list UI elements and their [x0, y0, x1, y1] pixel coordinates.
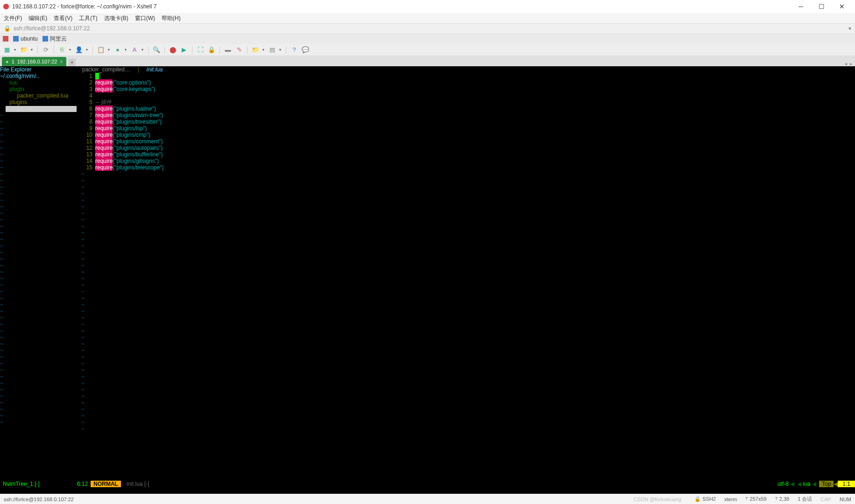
editor-tilde: ~ [78, 217, 851, 223]
editor-tilde: ~ [78, 249, 851, 256]
folder-dropdown[interactable]: ▾ [262, 48, 265, 52]
globe-icon[interactable]: ● [113, 46, 122, 54]
tree-dir-plugin[interactable]: plugin [0, 86, 78, 92]
tab-status-icon: ● [6, 59, 9, 64]
open-icon[interactable]: 📁 [20, 46, 28, 54]
command-line[interactable] [0, 487, 855, 494]
bottom-sessions: 1 会话 [798, 496, 812, 503]
copy-dropdown[interactable]: ▾ [69, 48, 72, 52]
play-icon[interactable]: ▶ [180, 46, 188, 54]
tree-input[interactable] [6, 106, 77, 112]
editor-tilde: ~ [78, 373, 851, 380]
copy-icon[interactable]: ⎘ [58, 46, 66, 54]
buffer-tab-inactive[interactable]: packer_compiled… [78, 66, 134, 73]
svg-rect-2 [13, 36, 19, 42]
add-tab-button[interactable]: + [68, 59, 76, 66]
tree-tilde: ~ [0, 236, 78, 243]
editor-tilde: ~ [78, 347, 851, 354]
maximize-button[interactable]: ☐ [811, 0, 832, 13]
buffer-sep: | [134, 66, 143, 73]
tree-tilde: ~ [0, 334, 78, 341]
session-add[interactable] [3, 36, 8, 42]
status-scroll: Top [819, 481, 834, 487]
menu-help[interactable]: 帮助(H) [162, 14, 181, 22]
tree-tilde: ~ [0, 393, 78, 399]
stop-icon[interactable]: ⬤ [169, 46, 177, 54]
code-line: 14require("plugins/gitsigns") [78, 158, 851, 164]
menu-view[interactable]: 查看(V) [54, 14, 72, 22]
editor-tilde: ~ [78, 367, 851, 373]
address-dropdown[interactable]: ▾ [848, 25, 851, 32]
lock-session-icon[interactable]: 🔒 [207, 46, 216, 54]
tree-tilde: ~ [0, 177, 78, 184]
tabbar: ● 1 192.168.0.107:22 × + ◂ ▸ [0, 56, 855, 66]
editor-tilde: ~ [78, 275, 851, 282]
editor-tilde: ~ [78, 177, 851, 184]
new-session-icon[interactable]: ▦ [3, 46, 11, 54]
editor[interactable]: packer_compiled… | init.lua 12require("c… [78, 66, 855, 481]
menu-file[interactable]: 文件(F) [4, 14, 22, 22]
code-line: 5-- 插件 [78, 99, 851, 105]
tree-tilde: ~ [0, 328, 78, 334]
session-aliyun[interactable]: 阿里云 [42, 35, 67, 43]
editor-tilde: ~ [78, 406, 851, 413]
tree-tilde: ~ [0, 132, 78, 138]
reconnect-icon[interactable]: ⟳ [42, 46, 50, 54]
editor-tilde: ~ [78, 230, 851, 236]
tree-dir-lua[interactable]: lua [0, 79, 78, 86]
eyedrop-icon[interactable]: ✎ [235, 46, 243, 54]
editor-tilde: ~ [78, 360, 851, 367]
lock-icon-small: 🔒 [694, 496, 701, 502]
code-area[interactable]: 12require("core.options")3require("core.… [78, 73, 855, 481]
bottom-cursor: ⸆ 2,38 [775, 496, 789, 502]
menu-edit[interactable]: 编辑(E) [28, 14, 47, 22]
editor-tilde: ~ [78, 243, 851, 249]
folder-icon[interactable]: 📁 [251, 46, 260, 54]
globe-dropdown[interactable]: ▾ [125, 48, 127, 52]
paste-icon[interactable]: 📋 [97, 46, 105, 54]
bottom-num: NUM [840, 497, 851, 502]
editor-tilde: ~ [78, 393, 851, 399]
buffer-tab-active[interactable]: init.lua [143, 66, 167, 73]
highlight-icon[interactable]: ▬ [224, 46, 232, 54]
file-explorer[interactable]: File Explorer ~/.config/nvim/.. lua plug… [0, 66, 78, 481]
profile-icon[interactable]: 👤 [75, 46, 83, 54]
tab-next-icon[interactable]: ▸ [850, 61, 852, 66]
bottombar: ssh://forlce@192.168.0.107:22 CSDN @forl… [0, 494, 855, 504]
menu-tools[interactable]: 工具(T) [79, 14, 97, 22]
fullscreen-icon[interactable]: ⛶ [196, 46, 205, 54]
tree-tilde: ~ [0, 380, 78, 386]
session-ubuntu[interactable]: ubuntu [13, 35, 38, 42]
status-filetype: ◀ lua ◀ [797, 481, 816, 487]
tree-tilde: ~ [0, 249, 78, 256]
layout-icon[interactable]: ▤ [268, 46, 276, 54]
tree-file-packer[interactable]: packer_compiled.lua [0, 92, 78, 99]
tree-tilde: ~ [0, 217, 78, 223]
minimize-button[interactable]: ─ [791, 0, 811, 13]
editor-tilde: ~ [78, 354, 851, 360]
bubble-icon[interactable]: 💬 [301, 46, 310, 54]
paste-dropdown[interactable]: ▾ [108, 48, 111, 52]
address-input[interactable]: ssh://forlce@192.168.0.107:22 [14, 25, 848, 32]
tab-prev-icon[interactable]: ◂ [845, 61, 847, 66]
profile-dropdown[interactable]: ▾ [86, 48, 89, 52]
menu-window[interactable]: 窗口(W) [135, 14, 155, 22]
editor-tilde: ~ [78, 210, 851, 217]
find-icon[interactable]: 🔍 [152, 46, 161, 54]
terminal[interactable]: File Explorer ~/.config/nvim/.. lua plug… [0, 66, 855, 494]
tree-tilde: ~ [0, 158, 78, 164]
help-icon[interactable]: ? [290, 46, 298, 54]
tab-close-icon[interactable]: × [60, 59, 63, 64]
new-session-dropdown[interactable]: ▾ [14, 48, 17, 52]
session-tab[interactable]: ● 1 192.168.0.107:22 × [2, 57, 66, 66]
open-dropdown[interactable]: ▾ [31, 48, 34, 52]
tree-dir-plugins[interactable]: plugins [0, 99, 78, 105]
tree-tilde: ~ [0, 269, 78, 275]
tree-tilde: ~ [0, 190, 78, 197]
font-dropdown[interactable]: ▾ [141, 48, 144, 52]
menu-tabs[interactable]: 选项卡(B) [104, 14, 128, 22]
close-button[interactable]: ✕ [832, 0, 852, 13]
layout-dropdown[interactable]: ▾ [279, 48, 282, 52]
font-icon[interactable]: A [130, 46, 139, 54]
editor-tilde: ~ [78, 269, 851, 275]
